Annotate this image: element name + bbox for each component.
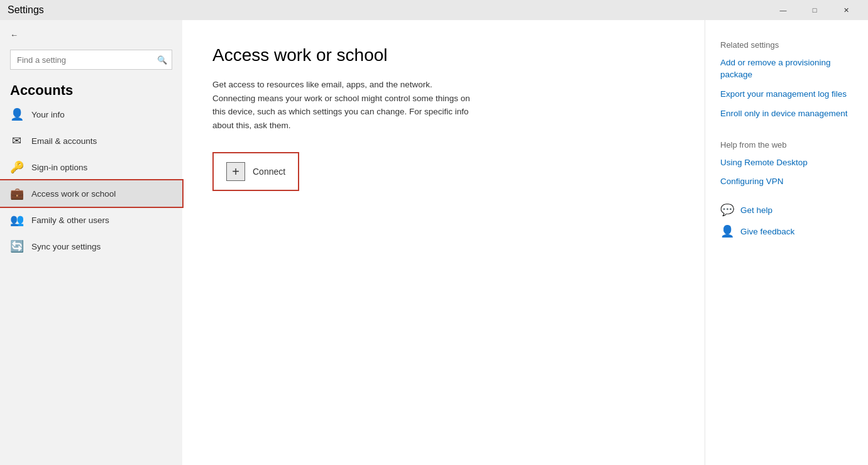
minimize-icon: —: [780, 6, 787, 14]
sidebar-item-label: Sign-in options: [31, 163, 87, 172]
connect-button[interactable]: + Connect: [212, 152, 299, 191]
sidebar-item-label: Sync your settings: [31, 242, 101, 251]
title-bar-left: Settings: [8, 4, 44, 16]
back-arrow-icon: ←: [10, 30, 18, 40]
sidebar-item-your-info[interactable]: 👤 Your info: [0, 101, 182, 128]
app-body: ← 🔍 Accounts 👤 Your info ✉ Email & accou…: [0, 20, 868, 465]
related-settings-title: Related settings: [720, 40, 853, 50]
get-help-icon: 💬: [720, 203, 734, 217]
sidebar-section-title: Accounts: [0, 75, 182, 101]
page-title: Access work or school: [212, 45, 674, 65]
give-feedback-label: Give feedback: [740, 227, 794, 236]
related-settings-section: Related settings Add or remove a provisi…: [720, 40, 853, 120]
get-help-label: Get help: [740, 205, 772, 215]
search-input[interactable]: [10, 50, 172, 70]
email-icon: ✉: [10, 134, 23, 148]
sidebar-item-label: Your info: [31, 110, 65, 119]
connect-plus-icon: +: [226, 162, 245, 181]
maximize-icon: □: [813, 6, 817, 14]
settings-title: Settings: [8, 4, 44, 16]
page-description: Get access to resources like email, apps…: [212, 78, 476, 132]
your-info-icon: 👤: [10, 107, 23, 121]
remote-desktop-link[interactable]: Using Remote Desktop: [720, 157, 853, 169]
sidebar: ← 🔍 Accounts 👤 Your info ✉ Email & accou…: [0, 20, 182, 465]
get-help-item[interactable]: 💬 Get help: [720, 203, 853, 217]
sidebar-item-family-users[interactable]: 👥 Family & other users: [0, 207, 182, 233]
enroll-device-link[interactable]: Enroll only in device management: [720, 108, 853, 120]
work-icon: 💼: [10, 187, 23, 200]
sidebar-item-access-work[interactable]: 💼 Access work or school: [0, 180, 182, 207]
configuring-vpn-link[interactable]: Configuring VPN: [720, 176, 853, 188]
sidebar-item-label: Email & accounts: [31, 136, 97, 146]
sign-in-icon: 🔑: [10, 160, 23, 174]
sidebar-item-email-accounts[interactable]: ✉ Email & accounts: [0, 128, 182, 154]
main-content: Access work or school Get access to reso…: [182, 20, 705, 465]
close-button[interactable]: ✕: [832, 0, 860, 20]
help-from-web-title: Help from the web: [720, 140, 853, 150]
sync-icon: 🔄: [10, 239, 23, 253]
close-icon: ✕: [843, 6, 849, 14]
right-panel: Related settings Add or remove a provisi…: [705, 20, 868, 465]
add-remove-pkg-link[interactable]: Add or remove a provisioning package: [720, 57, 853, 81]
search-icon: 🔍: [157, 55, 167, 65]
maximize-button[interactable]: □: [800, 0, 829, 20]
sidebar-item-label: Family & other users: [31, 216, 109, 225]
give-feedback-item[interactable]: 👤 Give feedback: [720, 224, 853, 238]
back-button[interactable]: ←: [0, 25, 182, 45]
sidebar-item-label: Access work or school: [31, 189, 116, 199]
give-feedback-icon: 👤: [720, 224, 734, 238]
family-icon: 👥: [10, 213, 23, 227]
title-bar-controls: — □ ✕: [769, 0, 860, 20]
search-container: 🔍: [10, 50, 172, 70]
help-from-web-section: Help from the web Using Remote Desktop C…: [720, 140, 853, 189]
connect-label: Connect: [253, 167, 285, 177]
sidebar-item-sync-settings[interactable]: 🔄 Sync your settings: [0, 233, 182, 260]
minimize-button[interactable]: —: [769, 0, 798, 20]
export-log-link[interactable]: Export your management log files: [720, 89, 853, 101]
help-items-section: 💬 Get help 👤 Give feedback: [720, 203, 853, 238]
title-bar: Settings — □ ✕: [0, 0, 868, 20]
sidebar-item-sign-in[interactable]: 🔑 Sign-in options: [0, 154, 182, 180]
